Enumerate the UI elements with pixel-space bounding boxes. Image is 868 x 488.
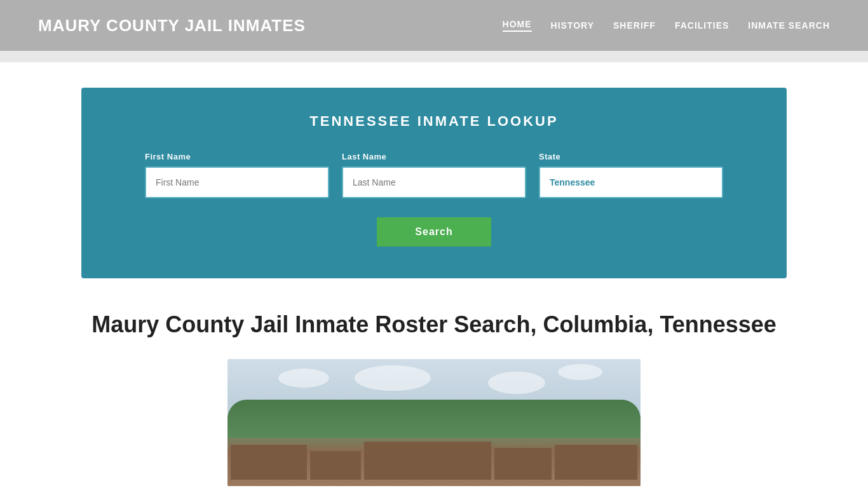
nav-sheriff[interactable]: SHERIFF [613, 20, 656, 30]
nav-home[interactable]: HOME [503, 19, 532, 32]
building-2 [310, 451, 361, 480]
last-name-group: Last Name [342, 152, 526, 198]
state-input[interactable] [539, 166, 723, 198]
site-title: MAURY COUNTY JAIL INMATES [38, 16, 306, 36]
article-section: Maury County Jail Inmate Roster Search, … [81, 310, 787, 486]
nav-history[interactable]: HISTORY [551, 20, 594, 30]
search-section-title: TENNESSEE INMATE LOOKUP [113, 113, 755, 130]
main-nav: HOME HISTORY SHERIFF FACILITIES INMATE S… [503, 19, 830, 32]
first-name-group: First Name [145, 152, 329, 198]
search-container: TENNESSEE INMATE LOOKUP First Name Last … [81, 88, 787, 278]
state-label: State [539, 152, 723, 161]
article-title: Maury County Jail Inmate Roster Search, … [81, 310, 787, 340]
last-name-input[interactable] [342, 166, 526, 198]
building-4 [494, 448, 552, 480]
search-fields-row: First Name Last Name State [113, 152, 755, 198]
jail-image [227, 359, 641, 486]
building-5 [555, 445, 637, 480]
site-header: MAURY COUNTY JAIL INMATES HOME HISTORY S… [0, 0, 868, 51]
building-3 [364, 442, 491, 480]
nav-facilities[interactable]: FACILITIES [675, 20, 729, 30]
building-row [231, 442, 637, 480]
building-1 [231, 445, 307, 480]
search-button[interactable]: Search [377, 217, 491, 247]
first-name-input[interactable] [145, 166, 329, 198]
main-content: TENNESSEE INMATE LOOKUP First Name Last … [0, 62, 868, 488]
search-btn-row: Search [113, 217, 755, 247]
first-name-label: First Name [145, 152, 329, 161]
nav-inmate-search[interactable]: INMATE SEARCH [748, 20, 830, 30]
last-name-label: Last Name [342, 152, 526, 161]
building-overlay [227, 359, 641, 486]
sub-header-bar [0, 51, 868, 62]
state-group: State [539, 152, 723, 198]
